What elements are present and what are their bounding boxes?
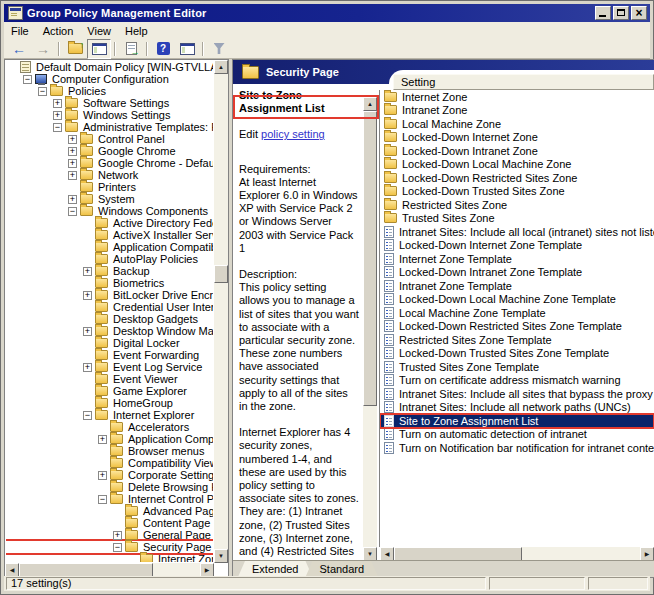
scroll-right-icon[interactable]: ▶ <box>640 547 654 561</box>
back-button[interactable]: ← <box>7 39 31 59</box>
setting-row[interactable]: Site to Zone Assignment List <box>380 414 654 428</box>
tree-item[interactable]: Control Panel <box>6 133 213 145</box>
setting-row[interactable]: Intranet Zone Template <box>380 279 654 293</box>
tree-item[interactable]: Desktop Window Manager <box>6 325 213 337</box>
expander-icon[interactable] <box>83 255 92 264</box>
setting-row[interactable]: Locked-Down Local Machine Zone <box>380 158 654 172</box>
list-horizontal-scrollbar[interactable]: ◀ ▶ <box>380 547 654 561</box>
expander-icon[interactable] <box>68 207 77 216</box>
expander-icon[interactable] <box>113 519 122 528</box>
description-vertical-scrollbar[interactable]: ▲ ▼ <box>363 97 377 561</box>
tree-item[interactable]: HomeGroup <box>6 397 213 409</box>
setting-row[interactable]: Locked-Down Internet Zone Template <box>380 239 654 253</box>
setting-row[interactable]: Restricted Sites Zone <box>380 198 654 212</box>
expander-icon[interactable] <box>53 111 62 120</box>
tree-item[interactable]: Printers <box>6 181 213 193</box>
expander-icon[interactable] <box>68 159 77 168</box>
setting-column-header[interactable]: Setting <box>393 74 654 90</box>
expander-icon[interactable] <box>68 171 77 180</box>
setting-row[interactable]: Locked-Down Intranet Zone Template <box>380 266 654 280</box>
tree-item[interactable]: General Page <box>6 529 213 541</box>
expander-icon[interactable] <box>98 459 107 468</box>
expander-icon[interactable] <box>98 435 107 444</box>
expander-icon[interactable] <box>83 339 92 348</box>
tree-scrollbar-thumb[interactable] <box>214 265 228 283</box>
tree-item[interactable]: Security Page <box>6 541 213 553</box>
tree-item[interactable]: Credential User Interface <box>6 301 213 313</box>
expander-icon[interactable] <box>83 375 92 384</box>
setting-row[interactable]: Intranet Zone <box>380 104 654 118</box>
tree-item[interactable]: Windows Settings <box>6 109 213 121</box>
tree-item[interactable]: Active Directory Federation Servic <box>6 217 213 229</box>
title-bar[interactable]: Group Policy Management Editor × <box>4 4 650 22</box>
tree-item[interactable]: Game Explorer <box>6 385 213 397</box>
tree-item[interactable]: Internet Control Panel <box>6 493 213 505</box>
expander-icon[interactable] <box>23 75 32 84</box>
setting-row[interactable]: Intranet Sites: Include all local (intra… <box>380 225 654 239</box>
tree-item[interactable]: Administrative Templates: Policy definit… <box>6 121 213 133</box>
expander-icon[interactable] <box>83 411 92 420</box>
scroll-left-icon[interactable]: ◀ <box>5 563 19 577</box>
close-button[interactable]: × <box>631 6 647 20</box>
menu-item[interactable]: File <box>4 24 36 38</box>
setting-row[interactable]: Turn on Notification bar notification fo… <box>380 441 654 455</box>
setting-row[interactable]: Turn on automatic detection of intranet <box>380 428 654 442</box>
filter-button[interactable] <box>207 39 231 59</box>
view-tab[interactable]: Extended <box>238 561 312 577</box>
expander-icon[interactable] <box>53 99 62 108</box>
setting-row[interactable]: Locked-Down Internet Zone <box>380 131 654 145</box>
tree-item[interactable]: ActiveX Installer Service <box>6 229 213 241</box>
setting-row[interactable]: Trusted Sites Zone Template <box>380 360 654 374</box>
tree-item[interactable]: Event Forwarding <box>6 349 213 361</box>
expander-icon[interactable] <box>83 363 92 372</box>
setting-row[interactable]: Restricted Sites Zone Template <box>380 333 654 347</box>
view-tab[interactable]: Standard <box>305 561 378 577</box>
expander-icon[interactable] <box>83 219 92 228</box>
tree-item[interactable]: Software Settings <box>6 97 213 109</box>
tree-item[interactable]: Advanced Page <box>6 505 213 517</box>
tree-item[interactable]: Internet Zone <box>6 553 213 562</box>
expander-icon[interactable] <box>83 279 92 288</box>
description-scrollbar-thumb[interactable] <box>363 111 377 406</box>
scroll-down-icon[interactable]: ▼ <box>363 547 377 561</box>
forward-button[interactable]: → <box>31 39 55 59</box>
expander-icon[interactable] <box>83 243 92 252</box>
tree-horizontal-scrollbar[interactable]: ◀ ▶ <box>5 563 214 577</box>
expander-icon[interactable] <box>98 447 107 456</box>
expander-icon[interactable] <box>113 507 122 516</box>
tree-item[interactable]: BitLocker Drive Encryption <box>6 289 213 301</box>
tree-item[interactable]: Google Chrome - Default Settings (use <box>6 157 213 169</box>
scroll-right-icon[interactable]: ▶ <box>200 563 214 577</box>
minimize-button[interactable] <box>595 6 611 20</box>
setting-row[interactable]: Locked-Down Trusted Sites Zone Template <box>380 347 654 361</box>
setting-row[interactable]: Locked-Down Trusted Sites Zone <box>380 185 654 199</box>
expander-icon[interactable] <box>98 423 107 432</box>
setting-row[interactable]: Locked-Down Intranet Zone <box>380 144 654 158</box>
tree-item[interactable]: Computer Configuration <box>6 73 213 85</box>
expander-icon[interactable] <box>98 495 107 504</box>
expander-icon[interactable] <box>83 399 92 408</box>
tree-item[interactable]: Biometrics <box>6 277 213 289</box>
expander-icon[interactable] <box>83 327 92 336</box>
expander-icon[interactable] <box>83 351 92 360</box>
tree-item[interactable]: Event Viewer <box>6 373 213 385</box>
menu-item[interactable]: Action <box>36 24 81 38</box>
tree-item[interactable]: Network <box>6 169 213 181</box>
tree-item[interactable]: Application Compatibility <box>6 241 213 253</box>
expander-icon[interactable] <box>53 123 62 132</box>
setting-row[interactable]: Locked-Down Restricted Sites Zone <box>380 171 654 185</box>
scroll-down-icon[interactable]: ▼ <box>214 549 228 563</box>
setting-row[interactable]: Internet Zone <box>380 90 654 104</box>
tree-item[interactable]: AutoPlay Policies <box>6 253 213 265</box>
show-console-tree-button[interactable] <box>87 39 111 59</box>
list-hscrollbar-thumb[interactable] <box>394 547 522 561</box>
expander-icon[interactable] <box>68 195 77 204</box>
setting-row[interactable]: Internet Zone Template <box>380 252 654 266</box>
expander-icon[interactable] <box>113 531 122 540</box>
expander-icon[interactable] <box>98 471 107 480</box>
setting-row[interactable]: Turn on certificate address mismatch war… <box>380 374 654 388</box>
expander-icon[interactable] <box>68 147 77 156</box>
show-action-pane-button[interactable] <box>175 39 199 59</box>
expander-icon[interactable] <box>68 135 77 144</box>
setting-row[interactable]: Local Machine Zone Template <box>380 306 654 320</box>
